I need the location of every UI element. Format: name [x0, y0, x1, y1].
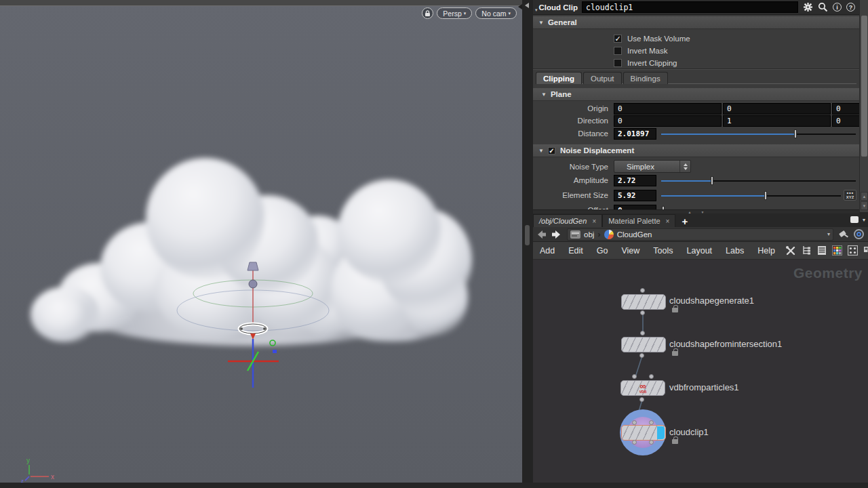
node-input-connector[interactable]	[632, 374, 637, 379]
origin-row: Origin	[533, 103, 859, 115]
invert-clipping-checkbox[interactable]	[614, 59, 622, 67]
parameter-hscroll-hint[interactable]: ▲ ▼	[533, 209, 859, 214]
menu-tools[interactable]: Tools	[646, 246, 679, 256]
pin-pane-icon[interactable]	[839, 230, 848, 239]
node-input-connector[interactable]	[640, 288, 645, 293]
section-plane[interactable]: ▼ Plane	[533, 88, 859, 101]
node-cloudshapegenerate1[interactable]	[621, 294, 666, 310]
amplitude-row: Amplitude	[533, 175, 859, 186]
windows-layout-icon[interactable]	[863, 245, 868, 257]
tab-material-palette[interactable]: Material Palette ×	[602, 214, 675, 227]
menu-view[interactable]: View	[614, 246, 646, 256]
menu-go[interactable]: Go	[590, 246, 615, 256]
origin-y-field[interactable]	[723, 103, 831, 115]
node-output-connector[interactable]	[640, 310, 645, 315]
node-output-connector[interactable]	[649, 440, 654, 445]
tree-view-icon[interactable]	[800, 245, 812, 257]
node-output-connector[interactable]	[639, 353, 644, 358]
node-cloudclip1[interactable]	[621, 425, 666, 441]
node-vdbfromparticles1[interactable]: ∞ VDB	[620, 380, 665, 396]
network-canvas[interactable]: Geometry cloudshapegenerate1 cloudshapef…	[533, 260, 868, 483]
amplitude-field[interactable]	[614, 175, 656, 186]
origin-x-field[interactable]	[614, 103, 722, 115]
menu-labs[interactable]: Labs	[719, 246, 751, 256]
amplitude-slider[interactable]	[661, 180, 856, 182]
color-palette-icon[interactable]	[831, 245, 844, 257]
close-tab-icon[interactable]: ×	[666, 218, 670, 225]
list-view-icon[interactable]	[816, 245, 828, 257]
origin-z-field[interactable]	[832, 103, 859, 115]
persp-view-button[interactable]: Persp ▾	[437, 7, 472, 19]
node-label[interactable]: cloudshapegenerate1	[669, 296, 754, 306]
node-label[interactable]: vdbfromparticles1	[669, 382, 739, 392]
node-output-connector[interactable]	[639, 397, 644, 402]
close-tab-icon[interactable]: ×	[592, 218, 596, 225]
amplitude-slider-handle[interactable]	[711, 176, 713, 185]
element-size-slider-handle[interactable]	[764, 191, 767, 200]
viewport-3d[interactable]: y x z Persp ▾ No cam ▾	[0, 0, 522, 483]
menu-help[interactable]: Help	[751, 246, 782, 256]
tools-wrench-icon[interactable]	[785, 245, 797, 257]
node-input-connector[interactable]	[640, 331, 645, 336]
element-size-slider[interactable]	[661, 195, 841, 197]
node-label[interactable]: cloudshapefromintersection1	[669, 339, 782, 349]
back-arrow-button[interactable]	[536, 230, 547, 239]
noise-type-dropdown[interactable]: Simplex	[614, 160, 691, 173]
element-size-field[interactable]	[614, 190, 656, 201]
tab-bindings[interactable]: Bindings	[623, 72, 668, 84]
parameter-scrollbar[interactable]: ▲ ▼	[859, 0, 868, 212]
invert-mask-checkbox[interactable]	[614, 47, 622, 55]
caret-down-icon: ▾	[508, 11, 511, 16]
xyz-vector-button[interactable]: ■ ■ ■ XYZ	[844, 190, 856, 201]
menu-edit[interactable]: Edit	[561, 246, 590, 256]
scroll-down-button[interactable]: ▼	[861, 201, 868, 210]
splitter-scroll-nub[interactable]	[525, 225, 530, 245]
use-mask-volume-checkbox[interactable]: ✓	[614, 35, 622, 43]
node-label[interactable]: cloudclip1	[669, 427, 709, 437]
section-noise-displacement[interactable]: ▼ ✓ Noise Displacement	[533, 144, 859, 157]
pane-splitter[interactable]	[522, 0, 533, 483]
caret-down-icon: ▾	[464, 11, 467, 16]
distance-field[interactable]	[614, 128, 656, 140]
node-output-connector[interactable]	[632, 440, 637, 445]
tab-clipping[interactable]: Clipping	[536, 72, 582, 84]
viewport-lock-button[interactable]	[422, 7, 433, 19]
follow-target-icon[interactable]	[854, 229, 864, 239]
display-flag[interactable]	[657, 426, 665, 439]
breadcrumb-obj[interactable]: obj	[584, 230, 594, 239]
direction-x-field[interactable]	[614, 115, 722, 127]
tab-output[interactable]: Output	[583, 72, 622, 84]
shape-palette-icon[interactable]	[847, 245, 859, 257]
node-input-connector[interactable]	[649, 374, 654, 379]
distance-slider-handle[interactable]	[794, 129, 797, 138]
menu-add[interactable]: Add	[533, 246, 561, 256]
collapse-left-icon[interactable]	[525, 3, 529, 8]
check-row-invert-clipping: Invert Clipping	[614, 58, 677, 68]
breadcrumb-cloudgen[interactable]: CloudGen	[617, 230, 652, 239]
menu-layout[interactable]: Layout	[680, 246, 719, 256]
distance-slider[interactable]	[661, 134, 856, 135]
info-icon[interactable]: i	[833, 3, 842, 12]
section-general[interactable]: ▼ General	[533, 16, 859, 29]
node-input-connector[interactable]	[632, 420, 637, 425]
node-name-field[interactable]	[582, 1, 798, 13]
forward-arrow-button[interactable]	[551, 230, 561, 239]
node-cloudshapefromintersection1[interactable]	[621, 337, 666, 352]
direction-y-field[interactable]	[723, 115, 831, 127]
new-tab-button[interactable]: +	[675, 216, 694, 227]
path-dropdown-caret-icon[interactable]: ▾	[827, 231, 830, 237]
gear-icon[interactable]	[803, 2, 813, 12]
collapse-triangle-icon: ▼	[541, 92, 547, 98]
pane-menu-caret-icon[interactable]: ▾	[863, 217, 865, 223]
pane-maximize-icon[interactable]	[850, 216, 859, 223]
search-icon[interactable]	[818, 2, 828, 12]
node-menu-caret-icon[interactable]: ▾	[535, 7, 538, 13]
help-icon[interactable]: ?	[846, 3, 855, 12]
scrollbar-thumb[interactable]	[861, 16, 867, 157]
tab-obj-cloudgen[interactable]: /obj/CloudGen ×	[533, 214, 602, 227]
scroll-up-button[interactable]: ▲	[861, 192, 868, 201]
no-cam-button[interactable]: No cam ▾	[475, 7, 517, 19]
node-input-connector[interactable]	[649, 420, 654, 425]
noise-displacement-checkbox[interactable]: ✓	[548, 147, 555, 155]
direction-z-field[interactable]	[832, 115, 859, 127]
